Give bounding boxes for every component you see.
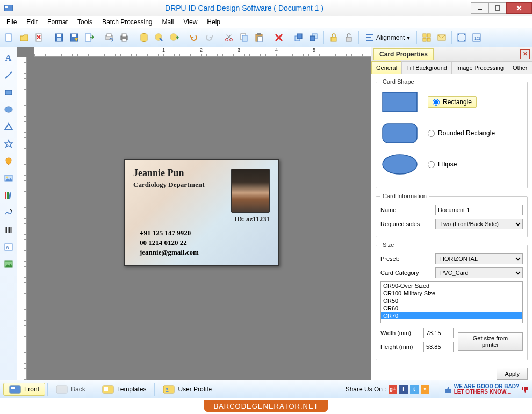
custom-shape-tool[interactable] [2, 155, 15, 168]
name-input[interactable] [435, 205, 523, 215]
rss-icon[interactable]: » [421, 385, 429, 394]
send-back-button[interactable] [307, 31, 321, 45]
canvas-area[interactable]: 1 2 3 4 5 Jeannie Pun Cardiology Departm… [17, 47, 371, 380]
google-plus-icon[interactable]: g+ [389, 385, 397, 394]
svg-rect-70 [383, 92, 417, 112]
facebook-icon[interactable]: f [399, 385, 408, 394]
ellipse-radio[interactable]: Ellipse [428, 161, 457, 168]
bring-front-button[interactable] [292, 31, 306, 45]
menu-help[interactable]: Help [204, 17, 224, 27]
mail-button[interactable] [435, 31, 449, 45]
preset-select[interactable]: HORIZONTAL [435, 253, 523, 264]
picture-tool[interactable] [2, 258, 15, 271]
new-button[interactable] [2, 31, 16, 45]
back-tab-button[interactable]: Back [50, 383, 91, 396]
print-preview-button[interactable] [102, 31, 116, 45]
thumb-up-icon[interactable] [444, 386, 452, 393]
card-id[interactable]: ID: az11231 [234, 215, 270, 223]
copy-button[interactable] [237, 31, 251, 45]
maximize-button[interactable] [488, 2, 507, 14]
delete-button[interactable] [272, 31, 286, 45]
card-phone2[interactable]: 00 1214 0120 22 [140, 238, 187, 247]
list-item[interactable]: CR60 [381, 304, 522, 312]
card-name[interactable]: Jeannie Pun [133, 168, 184, 179]
triangle-tool[interactable] [2, 120, 15, 133]
text-tool[interactable]: A [2, 52, 15, 64]
rectangle-tool[interactable] [2, 86, 15, 99]
database-export-button[interactable] [167, 31, 181, 45]
tab-general[interactable]: General [371, 61, 402, 74]
redo-button[interactable] [202, 31, 216, 45]
menu-view[interactable]: View [181, 17, 201, 27]
tab-fill-background[interactable]: Fill Background [401, 61, 452, 74]
cut-button[interactable] [222, 31, 236, 45]
list-item[interactable]: CR70 [381, 312, 522, 319]
list-item[interactable]: CR100-Military Size [381, 289, 522, 297]
height-input[interactable] [423, 342, 454, 352]
lock-button[interactable] [327, 31, 341, 45]
sides-select[interactable]: Two (Front/Back Side) [435, 219, 523, 229]
save-as-button[interactable] [67, 31, 81, 45]
rectangle-radio[interactable]: Rectangle [428, 96, 477, 108]
menu-format[interactable]: Format [44, 17, 71, 27]
list-item[interactable]: CR50 [381, 297, 522, 304]
width-input[interactable] [423, 328, 454, 338]
export-button[interactable] [82, 31, 96, 45]
window-title: DRPU ID Card Design Software ( Document … [17, 4, 471, 12]
image-tool[interactable] [2, 172, 15, 185]
alignment-dropdown[interactable]: Alignment ▾ [362, 31, 414, 45]
ellipse-preview-icon [380, 152, 419, 176]
fit-button[interactable] [455, 31, 469, 45]
watermark-tool[interactable]: A [2, 241, 15, 253]
rounded-rectangle-radio[interactable]: Rounded Rectangle [428, 129, 495, 137]
signature-tool[interactable] [2, 206, 15, 219]
templates-button[interactable]: Templates [96, 383, 153, 396]
card-phone1[interactable]: +91 125 147 9920 [140, 229, 191, 237]
close-window-button[interactable] [506, 2, 532, 14]
actual-size-button[interactable]: 1:1 [470, 31, 484, 45]
card-department[interactable]: Cardiology Department [133, 180, 205, 189]
menu-edit[interactable]: Edit [23, 17, 41, 27]
front-tab-button[interactable]: Front [3, 383, 45, 396]
svg-rect-39 [310, 36, 315, 41]
feedback-link[interactable]: WE ARE GOOD OR BAD? LET OTHERS KNOW... [454, 384, 519, 395]
tab-other[interactable]: Other [508, 61, 532, 74]
database-button[interactable] [137, 31, 151, 45]
apply-button[interactable]: Apply [497, 368, 528, 380]
twitter-icon[interactable]: t [410, 385, 419, 394]
open-button[interactable] [17, 31, 31, 45]
user-profile-button[interactable]: User Profile [157, 383, 218, 396]
print-button[interactable] [117, 31, 131, 45]
tab-image-processing[interactable]: Image Processing [451, 61, 508, 74]
undo-button[interactable] [187, 31, 201, 45]
menu-mail[interactable]: Mail [159, 17, 177, 27]
save-button[interactable] [52, 31, 66, 45]
delete-file-button[interactable] [32, 31, 46, 45]
thumb-down-icon[interactable] [521, 386, 529, 393]
svg-rect-15 [85, 34, 91, 41]
name-label: Name [380, 207, 432, 213]
svg-line-28 [226, 34, 231, 39]
card-email[interactable]: jeannie@gmail.com [140, 248, 199, 257]
menu-file[interactable]: File [3, 17, 20, 27]
barcode-tool[interactable] [2, 223, 15, 236]
database-edit-button[interactable] [152, 31, 166, 45]
ruler-vertical [17, 57, 27, 380]
grid-button[interactable] [420, 31, 434, 45]
category-select[interactable]: PVC_Card [435, 267, 523, 278]
close-panel-button[interactable]: ✕ [520, 49, 530, 59]
get-size-from-printer-button[interactable]: Get size from printer [458, 332, 523, 351]
menu-batch-processing[interactable]: Batch Processing [99, 17, 155, 27]
id-card[interactable]: Jeannie Pun Cardiology Department ID: az… [124, 159, 279, 266]
ellipse-tool[interactable] [2, 103, 15, 116]
unlock-button[interactable] [342, 31, 356, 45]
star-tool[interactable] [2, 137, 15, 150]
paste-button[interactable] [252, 31, 266, 45]
menu-tools[interactable]: Tools [74, 17, 96, 27]
line-tool[interactable] [2, 69, 15, 82]
list-item[interactable]: CR90-Over Sized [381, 282, 522, 289]
library-tool[interactable] [2, 189, 15, 202]
card-photo[interactable] [231, 169, 270, 213]
card-size-list[interactable]: CR90-Over SizedCR100-Military SizeCR50CR… [380, 281, 523, 323]
minimize-button[interactable] [471, 2, 489, 14]
